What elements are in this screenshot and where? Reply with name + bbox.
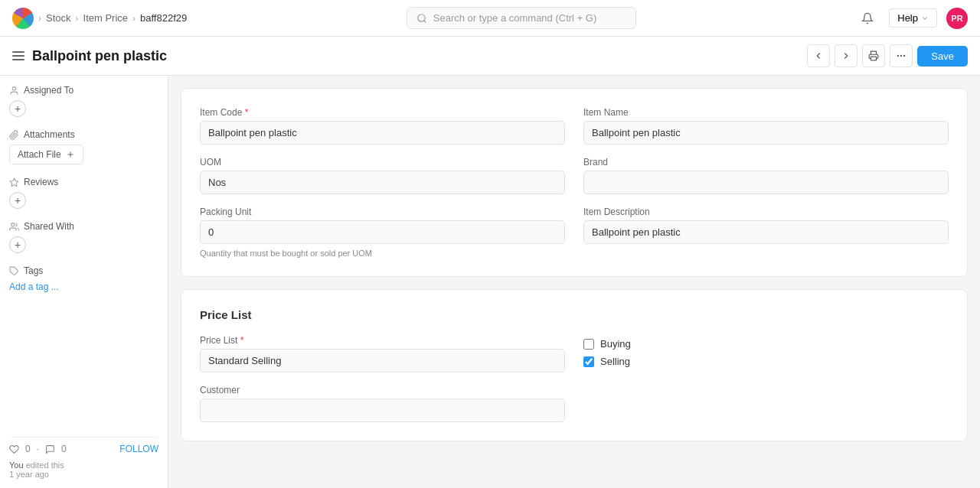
person-icon <box>9 86 19 96</box>
next-button[interactable] <box>835 44 858 67</box>
price-list-field: Price List * <box>200 335 565 373</box>
selling-checkbox[interactable] <box>583 356 594 367</box>
app-logo <box>12 8 34 29</box>
attachments-title: Attachments <box>9 129 158 140</box>
add-tag-link[interactable]: Add a tag ... <box>9 281 59 292</box>
buying-label: Buying <box>600 338 631 350</box>
item-description-field: Item Description <box>583 207 949 258</box>
add-review-button[interactable]: + <box>9 192 26 209</box>
svg-point-0 <box>418 14 425 21</box>
heart-icon <box>9 444 19 454</box>
svg-marker-8 <box>10 178 18 186</box>
reviews-section: Reviews + <box>9 177 158 209</box>
menu-icon[interactable] <box>12 51 24 60</box>
paperclip-icon <box>9 130 19 140</box>
packing-unit-label: Packing Unit <box>200 207 565 217</box>
likes-count: 0 <box>25 444 31 454</box>
page-title: Ballpoint pen plastic <box>32 48 167 64</box>
uom-label: UOM <box>200 157 565 168</box>
chevron-down-icon <box>921 15 929 22</box>
attach-file-label: Attach File <box>18 149 61 160</box>
chevron-right-icon <box>841 50 851 61</box>
packing-unit-input[interactable] <box>200 220 565 244</box>
page-title-area: Ballpoint pen plastic <box>12 48 167 64</box>
nav-right: Help PR <box>855 6 968 31</box>
breadcrumb-id: baff822f29 <box>140 12 187 24</box>
svg-point-9 <box>11 223 15 226</box>
brand-label: Brand <box>583 157 949 168</box>
item-name-input[interactable] <box>583 121 949 145</box>
dot-sep: · <box>37 444 39 454</box>
avatar: PR <box>946 8 968 29</box>
print-button[interactable] <box>862 44 885 67</box>
attachments-label: Attachments <box>24 129 75 140</box>
brand-input[interactable] <box>583 171 949 194</box>
uom-input[interactable] <box>200 171 565 194</box>
buying-checkbox[interactable] <box>583 339 594 350</box>
comments-count: 0 <box>61 444 67 454</box>
shared-with-label: Shared With <box>24 221 74 232</box>
printer-icon <box>868 50 879 61</box>
star-icon <box>9 177 19 187</box>
customer-input[interactable] <box>200 399 565 422</box>
reviews-label: Reviews <box>24 177 58 187</box>
prev-button[interactable] <box>807 44 830 67</box>
breadcrumb-stock[interactable]: Stock <box>46 12 71 24</box>
buying-selling-field: Buying Selling <box>583 335 949 373</box>
save-button[interactable]: Save <box>917 46 968 67</box>
selling-row: Selling <box>583 356 949 367</box>
edited-info: You edited this 1 year ago <box>9 460 158 479</box>
follow-button[interactable]: FOLLOW <box>119 444 158 454</box>
breadcrumb-item-price[interactable]: Item Price <box>83 12 129 24</box>
breadcrumb-sep-3: › <box>132 13 136 24</box>
search-placeholder: Search or type a command (Ctrl + G) <box>433 12 597 24</box>
packing-unit-field: Packing Unit Quantity that must be bough… <box>200 207 565 258</box>
attach-file-button[interactable]: Attach File <box>9 145 83 164</box>
search-area: Search or type a command (Ctrl + G) <box>407 7 636 29</box>
breadcrumb-sep-1: › <box>38 13 41 24</box>
tags-label: Tags <box>24 265 43 276</box>
price-list-required: * <box>240 335 244 346</box>
item-name-field: Item Name <box>583 107 949 145</box>
add-shared-button[interactable]: + <box>9 236 26 253</box>
item-code-input[interactable] <box>200 121 565 145</box>
svg-point-3 <box>901 55 902 56</box>
shared-with-title: Shared With <box>9 221 158 232</box>
item-code-label: Item Code * <box>200 107 565 118</box>
selling-label: Selling <box>600 356 630 367</box>
edited-by: You <box>9 460 24 470</box>
main-layout: Assigned To + Attachments Attach File Re… <box>0 76 980 488</box>
more-button[interactable] <box>890 44 913 67</box>
nav-left: › Stock › Item Price › baff822f29 <box>12 8 187 29</box>
item-description-label: Item Description <box>583 207 949 217</box>
svg-point-4 <box>904 55 905 56</box>
customer-field: Customer <box>200 385 565 422</box>
item-description-input[interactable] <box>583 220 949 244</box>
top-nav: › Stock › Item Price › baff822f29 Search… <box>0 0 980 37</box>
help-label: Help <box>897 12 918 24</box>
plus-icon <box>66 150 75 159</box>
price-list-card: Price List Price List * Buying <box>181 289 968 441</box>
price-list-input[interactable] <box>200 349 565 373</box>
share-icon <box>9 222 19 232</box>
assigned-to-section: Assigned To + <box>9 85 158 117</box>
tags-title: Tags <box>9 265 158 276</box>
likes-bar: 0 · 0 FOLLOW <box>9 437 158 454</box>
page-header: Ballpoint pen plastic Save <box>0 37 980 76</box>
assigned-to-title: Assigned To <box>9 85 158 96</box>
add-assignee-button[interactable]: + <box>9 100 26 117</box>
search-icon <box>416 13 427 24</box>
tag-icon <box>9 266 19 276</box>
search-box[interactable]: Search or type a command (Ctrl + G) <box>407 7 636 29</box>
chevron-left-icon <box>813 50 824 61</box>
edited-label: edited this <box>26 460 64 470</box>
price-list-title: Price List <box>200 308 949 321</box>
help-button[interactable]: Help <box>889 8 937 28</box>
item-details-card: Item Code * Item Name UOM Brand <box>181 88 968 277</box>
sidebar: Assigned To + Attachments Attach File Re… <box>0 76 168 488</box>
svg-point-2 <box>898 55 899 56</box>
customer-label: Customer <box>200 385 565 395</box>
breadcrumb-sep-2: › <box>76 13 79 24</box>
notification-button[interactable] <box>855 6 880 31</box>
sidebar-footer: 0 · 0 FOLLOW You edited this 1 year ago <box>9 437 158 479</box>
